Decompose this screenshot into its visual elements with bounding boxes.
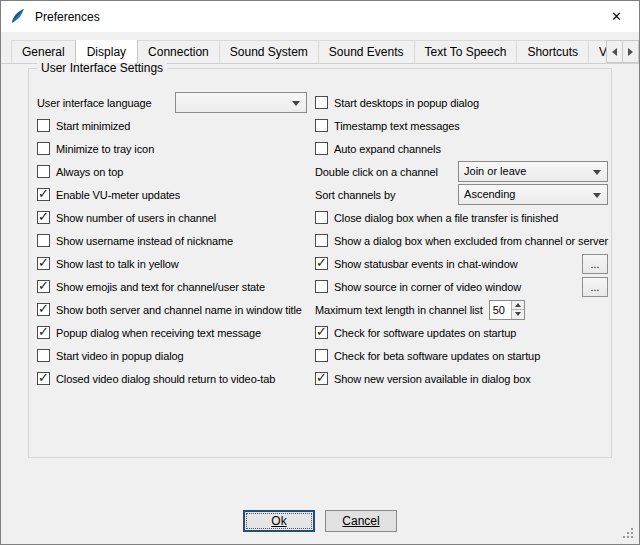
checkbox-box — [37, 257, 50, 270]
tab-sound-system[interactable]: Sound System — [219, 40, 319, 63]
checkbox-show-user-count[interactable]: Show number of users in channel — [37, 206, 307, 229]
sort-channels-combobox[interactable]: Ascending — [458, 184, 608, 205]
checkbox-box — [315, 234, 328, 247]
max-text-length-value: 50 — [490, 301, 511, 319]
chevron-down-icon — [593, 170, 601, 175]
checkbox-box — [315, 142, 328, 155]
checkbox-always-on-top[interactable]: Always on top — [37, 160, 307, 183]
checkbox-close-on-transfer-finished[interactable]: Close dialog box when a file transfer is… — [315, 206, 608, 229]
checkbox-box — [37, 303, 50, 316]
resize-grip[interactable] — [623, 528, 635, 540]
checkbox-box — [315, 280, 328, 293]
checkbox-dialog-when-excluded[interactable]: Show a dialog box when excluded from cha… — [315, 229, 608, 252]
window-title: Preferences — [35, 10, 594, 24]
checkbox-video-popup-dialog[interactable]: Start video in popup dialog — [37, 344, 307, 367]
checkbox-box — [37, 119, 50, 132]
double-click-label: Double click on a channel — [315, 166, 438, 178]
tab-scroll-left-button[interactable] — [606, 40, 623, 63]
user-interface-settings-group: User Interface Settings User interface l… — [28, 68, 612, 458]
max-text-length-row: Maximum text length in channel list 50 — [315, 298, 608, 321]
checkbox-box — [315, 372, 328, 385]
checkbox-closed-video-return-tab[interactable]: Closed video dialog should return to vid… — [37, 367, 307, 390]
checkbox-box — [37, 142, 50, 155]
titlebar[interactable]: Preferences ✕ — [1, 1, 639, 32]
checkbox-vu-meter-updates[interactable]: Enable VU-meter updates — [37, 183, 307, 206]
preferences-window: Preferences ✕ General Display Connection… — [0, 0, 640, 545]
checkbox-box — [37, 280, 50, 293]
checkbox-box — [37, 372, 50, 385]
checkbox-video-source-corner[interactable]: Show source in corner of video window ..… — [315, 275, 608, 298]
checkbox-box — [315, 326, 328, 339]
checkbox-box — [37, 234, 50, 247]
checkbox-box — [37, 211, 50, 224]
language-label: User interface language — [37, 97, 175, 109]
checkbox-box — [37, 188, 50, 201]
checkbox-box — [315, 96, 328, 109]
chevron-left-icon — [612, 48, 617, 56]
checkbox-timestamp-messages[interactable]: Timestamp text messages — [315, 114, 608, 137]
language-combobox[interactable] — [175, 92, 307, 113]
checkbox-statusbar-events[interactable]: Show statusbar events in chat-window ... — [315, 252, 608, 275]
checkbox-username-instead-nickname[interactable]: Show username instead of nickname — [37, 229, 307, 252]
checkbox-popup-text-message[interactable]: Popup dialog when receiving text message — [37, 321, 307, 344]
chevron-down-icon — [515, 312, 521, 316]
checkbox-auto-expand-channels[interactable]: Auto expand channels — [315, 137, 608, 160]
tab-display[interactable]: Display — [75, 40, 138, 64]
double-click-value: Join or leave — [464, 162, 587, 181]
ok-button[interactable]: Ok — [243, 510, 315, 532]
checkbox-box — [315, 349, 328, 362]
sort-channels-value: Ascending — [464, 185, 587, 204]
tab-general[interactable]: General — [11, 40, 76, 63]
tab-sound-events[interactable]: Sound Events — [318, 40, 415, 63]
chevron-down-icon — [292, 101, 300, 106]
double-click-row: Double click on a channel Join or leave — [315, 160, 608, 183]
checkbox-check-updates[interactable]: Check for software updates on startup — [315, 321, 608, 344]
tab-scroll-right-button[interactable] — [622, 40, 639, 63]
cancel-button[interactable]: Cancel — [325, 510, 397, 532]
checkbox-last-to-talk-yellow[interactable]: Show last to talk in yellow — [37, 252, 307, 275]
checkbox-emojis-and-text[interactable]: Show emojis and text for channel/user st… — [37, 275, 307, 298]
right-column: Start desktops in popup dialog Timestamp… — [315, 91, 608, 390]
checkbox-minimize-to-tray[interactable]: Minimize to tray icon — [37, 137, 307, 160]
close-button[interactable]: ✕ — [594, 1, 639, 32]
statusbar-events-config-button[interactable]: ... — [582, 254, 608, 274]
tab-connection[interactable]: Connection — [137, 40, 220, 63]
sort-channels-row: Sort channels by Ascending — [315, 183, 608, 206]
double-click-combobox[interactable]: Join or leave — [458, 161, 608, 182]
tab-scroll-buttons — [607, 40, 639, 63]
tab-bar: General Display Connection Sound System … — [1, 40, 639, 64]
tab-text-to-speech[interactable]: Text To Speech — [414, 40, 518, 63]
left-column: User interface language Start minimized … — [37, 91, 307, 390]
checkbox-box — [315, 257, 328, 270]
checkbox-check-beta-updates[interactable]: Check for beta software updates on start… — [315, 344, 608, 367]
checkbox-server-channel-in-title[interactable]: Show both server and channel name in win… — [37, 298, 307, 321]
chevron-down-icon — [593, 193, 601, 198]
sort-channels-label: Sort channels by — [315, 189, 395, 201]
group-title: User Interface Settings — [37, 61, 167, 75]
max-text-length-spinner[interactable]: 50 — [489, 300, 525, 320]
chevron-right-icon — [628, 48, 633, 56]
checkbox-desktops-popup[interactable]: Start desktops in popup dialog — [315, 91, 608, 114]
checkbox-box — [315, 211, 328, 224]
max-text-length-label: Maximum text length in channel list — [315, 304, 483, 316]
checkbox-box — [315, 119, 328, 132]
spinner-up-button[interactable] — [512, 301, 524, 311]
dialog-button-row: Ok Cancel — [28, 510, 612, 532]
checkbox-start-minimized[interactable]: Start minimized — [37, 114, 307, 137]
display-tab-panel: User Interface Settings User interface l… — [1, 64, 639, 544]
spinner-down-button[interactable] — [512, 310, 524, 319]
spinner-buttons — [511, 301, 524, 319]
checkbox-box — [37, 165, 50, 178]
app-icon — [10, 8, 27, 25]
checkbox-new-version-dialog[interactable]: Show new version available in dialog box — [315, 367, 608, 390]
video-source-config-button[interactable]: ... — [582, 277, 608, 297]
language-row: User interface language — [37, 91, 307, 114]
tab-shortcuts[interactable]: Shortcuts — [516, 40, 589, 63]
checkbox-box — [37, 349, 50, 362]
checkbox-box — [37, 326, 50, 339]
chevron-up-icon — [515, 303, 521, 307]
